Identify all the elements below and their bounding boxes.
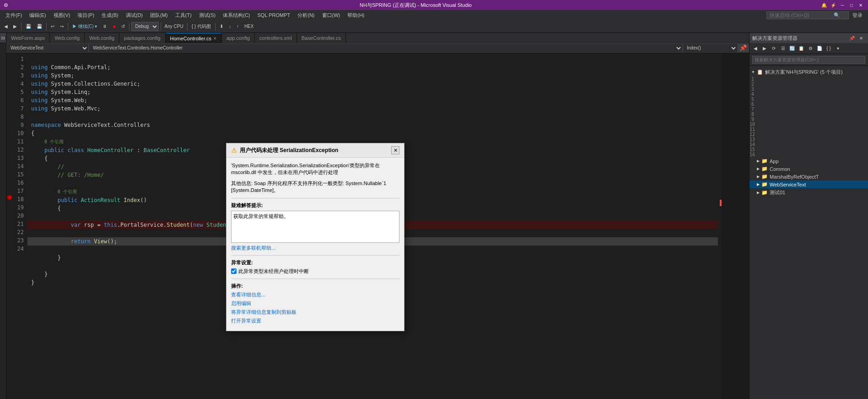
toolbar-more-btn[interactable]: ▾ [834,44,842,53]
exception-settings-label: 异常设置: [231,259,399,266]
debug-config-dropdown[interactable]: Debug [131,22,159,31]
dialog-title-bar: ⚠ 用户代码未处理 SerializationException ✕ [226,143,404,158]
tree-item-test01[interactable]: ▶ 📁 测试01 [749,188,868,197]
menu-sql[interactable]: SQL PROMPT [254,11,294,19]
menu-file[interactable]: 文件(F) [2,11,26,20]
solution-root[interactable]: ▼ 📋 解决方案'NH与SPRING' (5 个项目) [749,68,868,77]
action-copy-info[interactable]: 将异常详细信息复制到剪贴板 [231,309,399,316]
hex-btn[interactable]: HEX [242,22,256,32]
sidebar-close-btn[interactable]: ✕ [857,34,865,42]
menu-debug[interactable]: 调试(D) [122,11,146,20]
sidebar-search-input[interactable] [752,56,865,64]
troubleshooting-textbox[interactable]: 获取此异常的常规帮助。 [231,211,399,243]
icon-webservicetext: 📁 [761,181,768,187]
action-open-settings[interactable]: 打开异常设置 [231,317,399,324]
action-enable-edit[interactable]: 启用编辑 [231,300,399,307]
menu-help[interactable]: 帮助(H) [344,11,368,20]
toolbar-sync-btn[interactable]: ⟳ [770,44,778,53]
continue-btn[interactable]: ▶ 继续(C) ▾ [70,22,99,32]
user-login[interactable]: 登录 [849,12,866,19]
solution-explorer-header: 解决方案资源管理器 📌 ✕ [749,33,868,43]
toolbar-back-btn[interactable]: ◀ [751,44,760,53]
pause-btn[interactable]: ⏸ [100,22,109,32]
sep7 [215,22,216,31]
step-over-btn[interactable]: ⬇ [217,22,226,32]
sidebar-header-controls: 📌 ✕ [848,34,865,42]
toolbar-code-btn[interactable]: { } [825,44,833,53]
arrow-common: ▶ [757,167,760,171]
label-test01: 测试01 [770,189,785,196]
sidebar-pin-btn[interactable]: 📌 [848,34,856,42]
menu-project[interactable]: 项目(P) [74,11,98,20]
menu-window[interactable]: 窗口(W) [318,11,344,20]
dialog-overlay: ⚠ 用户代码未处理 SerializationException ✕ 'Syst… [6,33,749,399]
sep6 [187,22,188,31]
sidebar-search [749,54,868,66]
menu-build[interactable]: 生成(B) [98,11,122,20]
notification-icon[interactable]: 🔔 [820,1,828,9]
label-app: App [770,159,779,164]
step-into-btn[interactable]: ↓ [226,22,233,32]
forward-btn[interactable]: ▶ [11,22,19,32]
menu-tools[interactable]: 工具(T) [172,11,195,20]
icon-common: 📁 [761,166,768,172]
sep5 [161,22,161,31]
toolbar-props-btn[interactable]: 📄 [815,44,824,53]
solution-icon: 📋 [757,69,763,75]
menu-bar: 文件(F) 编辑(E) 视图(V) 项目(P) 生成(B) 调试(D) 团队(M… [0,10,868,20]
undo-btn[interactable]: ↩ [49,22,57,32]
editor-area: WebForm.aspx Web.config Web.config packa… [6,33,749,399]
solution-explorer-panel: 解决方案资源管理器 📌 ✕ ◀ ▶ ⟳ ☰ 🔄 📋 ⚙ 📄 { } ▾ ▼ 📋 [749,33,868,399]
search-input[interactable] [770,12,834,18]
minimize-btn[interactable]: ─ [839,1,846,9]
search-more-link[interactable]: 搜索更多联机帮助... [231,245,399,251]
code-view-btn[interactable]: { } 代码图 [189,22,213,32]
toolbar-forward-btn[interactable]: ▶ [760,44,769,53]
troubleshooting-label: 疑难解答提示: [231,202,399,209]
main-layout: SI WebForm.aspx Web.config Web.config pa… [0,33,868,399]
dialog-close-btn[interactable]: ✕ [391,146,399,154]
menu-team[interactable]: 团队(M) [146,11,172,20]
label-marshalbyref: MarshalByRefObjectT [770,174,819,180]
right-line-nums: 123 456 789 101112 131415 16 [749,77,756,157]
vs-icon: ⚙ [4,2,8,8]
menu-architecture[interactable]: 体系结构(C) [219,11,253,20]
menu-view[interactable]: 视图(V) [50,11,74,20]
restart-btn[interactable]: ↺ [119,22,127,32]
stop-btn[interactable]: ■ [110,22,118,32]
toolbar-copy-btn[interactable]: 📋 [797,44,805,53]
toolbar-refresh-btn[interactable]: 🔄 [788,44,796,53]
toolbar-filter-btn[interactable]: ☰ [779,44,787,53]
sidebar-toolbar: ◀ ▶ ⟳ ☰ 🔄 📋 ⚙ 📄 { } ▾ [749,43,868,54]
save-btn[interactable]: 💾 [23,22,33,32]
dialog-title-text: 用户代码未处理 SerializationException [240,147,338,154]
restore-btn[interactable]: □ [848,1,855,9]
solution-label: 解决方案'NH与SPRING' (5 个项目) [765,69,843,76]
dialog-divider-2 [231,255,399,256]
icon-app: 📁 [761,158,768,164]
toolbar-settings-btn[interactable]: ⚙ [806,44,814,53]
exception-checkbox[interactable] [231,268,237,274]
close-btn[interactable]: ✕ [857,1,864,9]
icon-test01: 📁 [761,190,768,196]
action-view-details[interactable]: 查看详细信息... [231,291,399,298]
save-all-btn[interactable]: 💾 [34,22,44,32]
sep3 [68,22,68,31]
menu-analyze[interactable]: 分析(N) [294,11,318,20]
redo-btn[interactable]: ↪ [58,22,66,32]
menu-edit[interactable]: 编辑(E) [26,11,50,20]
label-common: Common [770,166,790,172]
step-out-btn[interactable]: ↑ [234,22,241,32]
tree-item-marshalbyref[interactable]: ▶ 📁 MarshalByRefObjectT [749,173,868,180]
menu-test[interactable]: 测试(S) [195,11,220,20]
quick-search[interactable]: 🔍 [766,11,849,19]
tree-item-webservicetext[interactable]: ▶ 📁 WebServiceText [749,180,868,188]
filter-icon[interactable]: ⚡ [830,1,837,9]
tree-item-app[interactable]: ▶ 📁 App [749,157,868,165]
back-btn[interactable]: ◀ [2,22,10,32]
exception-dialog: ⚠ 用户代码未处理 SerializationException ✕ 'Syst… [226,143,404,331]
dialog-divider-3 [231,279,399,279]
arrow-app: ▶ [757,159,760,163]
warning-icon: ⚠ [231,147,237,154]
tree-item-common[interactable]: ▶ 📁 Common [749,165,868,173]
